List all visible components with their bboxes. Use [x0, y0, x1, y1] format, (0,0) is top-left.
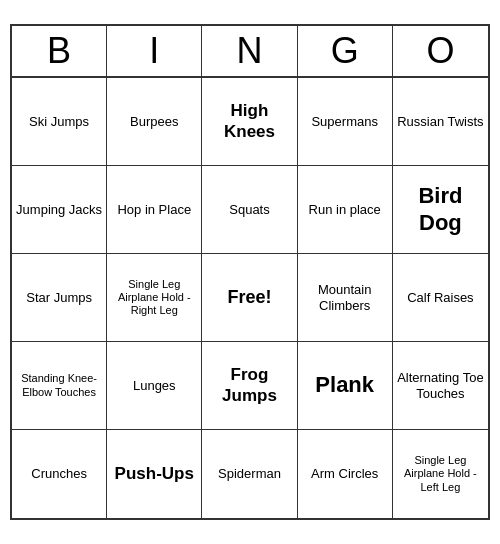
header-letter: N	[202, 26, 297, 76]
header-letter: O	[393, 26, 488, 76]
bingo-cell: Single Leg Airplane Hold - Left Leg	[393, 430, 488, 518]
bingo-cell: High Knees	[202, 78, 297, 166]
bingo-cell: Star Jumps	[12, 254, 107, 342]
bingo-cell: Burpees	[107, 78, 202, 166]
bingo-cell: Calf Raises	[393, 254, 488, 342]
bingo-cell: Arm Circles	[298, 430, 393, 518]
bingo-cell: Ski Jumps	[12, 78, 107, 166]
bingo-header: BINGO	[12, 26, 488, 78]
bingo-cell: Alternating Toe Touches	[393, 342, 488, 430]
header-letter: G	[298, 26, 393, 76]
bingo-cell: Single Leg Airplane Hold - Right Leg	[107, 254, 202, 342]
bingo-grid: Ski JumpsBurpeesHigh KneesSupermansRussi…	[12, 78, 488, 518]
bingo-card: BINGO Ski JumpsBurpeesHigh KneesSuperman…	[10, 24, 490, 520]
bingo-cell: Free!	[202, 254, 297, 342]
bingo-cell: Mountain Climbers	[298, 254, 393, 342]
bingo-cell: Jumping Jacks	[12, 166, 107, 254]
bingo-cell: Bird Dog	[393, 166, 488, 254]
bingo-cell: Run in place	[298, 166, 393, 254]
bingo-cell: Frog Jumps	[202, 342, 297, 430]
bingo-cell: Push-Ups	[107, 430, 202, 518]
bingo-cell: Supermans	[298, 78, 393, 166]
header-letter: B	[12, 26, 107, 76]
bingo-cell: Crunches	[12, 430, 107, 518]
bingo-cell: Russian Twists	[393, 78, 488, 166]
header-letter: I	[107, 26, 202, 76]
bingo-cell: Plank	[298, 342, 393, 430]
bingo-cell: Spiderman	[202, 430, 297, 518]
bingo-cell: Hop in Place	[107, 166, 202, 254]
bingo-cell: Standing Knee-Elbow Touches	[12, 342, 107, 430]
bingo-cell: Squats	[202, 166, 297, 254]
bingo-cell: Lunges	[107, 342, 202, 430]
